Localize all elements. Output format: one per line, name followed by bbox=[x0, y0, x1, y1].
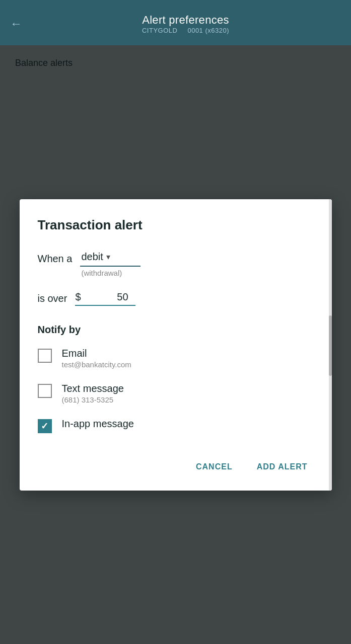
text-message-checkbox-row: Text message (681) 313-5325 bbox=[38, 383, 314, 404]
in-app-label: In-app message bbox=[62, 418, 134, 430]
text-message-checkbox[interactable] bbox=[38, 384, 52, 398]
page-title: Alert preferences bbox=[142, 14, 229, 27]
in-app-label-wrapper: In-app message bbox=[62, 418, 134, 430]
dollar-sign: $ bbox=[75, 291, 81, 303]
debit-value: debit bbox=[81, 251, 103, 263]
account-name: CITYGOLD bbox=[142, 27, 177, 34]
top-bar-subtitle: CITYGOLD 0001 (x6320) bbox=[142, 27, 229, 34]
withdrawal-hint: (withdrawal) bbox=[80, 269, 122, 277]
email-checkbox[interactable] bbox=[38, 349, 52, 363]
is-over-label: is over bbox=[38, 293, 67, 304]
email-label-wrapper: Email test@bankatcity.com bbox=[62, 348, 131, 369]
top-bar-titles: Alert preferences CITYGOLD 0001 (x6320) bbox=[30, 14, 341, 34]
dialog-buttons: CANCEL ADD ALERT bbox=[38, 449, 314, 476]
account-number: 0001 (x6320) bbox=[187, 27, 229, 34]
when-row: When a debit ▾ (withdrawal) bbox=[38, 249, 314, 277]
text-message-sublabel: (681) 313-5325 bbox=[62, 395, 124, 404]
when-label: When a bbox=[38, 249, 73, 265]
in-app-checkbox-row: ✓ In-app message bbox=[38, 418, 314, 433]
dialog-scrollbar-thumb bbox=[329, 315, 332, 376]
dropdown-arrow-icon: ▾ bbox=[106, 252, 110, 262]
amount-input-wrapper: $ bbox=[75, 291, 135, 306]
top-bar: ← Alert preferences CITYGOLD 0001 (x6320… bbox=[0, 0, 351, 45]
email-sublabel: test@bankatcity.com bbox=[62, 360, 131, 369]
transaction-alert-dialog: Transaction alert When a debit ▾ (withdr… bbox=[20, 199, 332, 491]
notify-by-label: Notify by bbox=[38, 324, 314, 336]
cancel-button[interactable]: CANCEL bbox=[190, 457, 239, 476]
in-app-checkbox[interactable]: ✓ bbox=[38, 419, 52, 433]
amount-input[interactable] bbox=[83, 291, 128, 303]
text-message-label-wrapper: Text message (681) 313-5325 bbox=[62, 383, 124, 404]
page-background: Balance alerts Transaction alert When a … bbox=[0, 45, 351, 644]
debit-dropdown[interactable]: debit ▾ bbox=[80, 249, 141, 267]
dialog-title: Transaction alert bbox=[38, 217, 314, 233]
text-message-label: Text message bbox=[62, 383, 124, 394]
email-label: Email bbox=[62, 348, 131, 359]
add-alert-button[interactable]: ADD ALERT bbox=[251, 457, 314, 476]
dialog-scrollbar bbox=[329, 199, 332, 491]
checkmark-icon: ✓ bbox=[41, 422, 48, 431]
debit-select-wrapper: debit ▾ (withdrawal) bbox=[80, 249, 141, 277]
dialog-overlay: Transaction alert When a debit ▾ (withdr… bbox=[0, 45, 351, 644]
email-checkbox-row: Email test@bankatcity.com bbox=[38, 348, 314, 369]
back-button[interactable]: ← bbox=[10, 17, 22, 31]
is-over-row: is over $ bbox=[38, 291, 314, 306]
